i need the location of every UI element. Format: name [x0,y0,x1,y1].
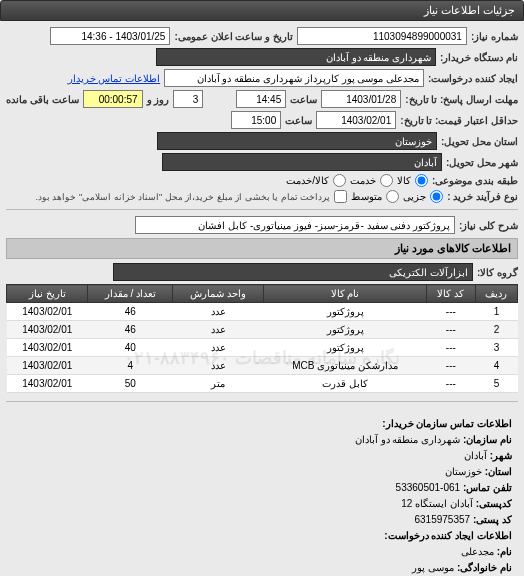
lbl-and: روز و [147,94,170,105]
lbl-req-creator: اطلاعات ایجاد کننده درخواست: [384,530,512,541]
lbl-public-dt: تاریخ و ساعت اعلان عمومی: [174,31,292,42]
radio-goods-service-label: کالا/خدمت [286,175,329,186]
fld-remain-days: 3 [173,90,203,108]
fld-public-dt: 1403/01/25 - 14:36 [50,27,170,45]
lbl-city: شهر محل تحویل: [446,157,518,168]
lbl-org-contact: اطلاعات تماس سازمان خریدار: [382,418,512,429]
panel-title: جزئیات اطلاعات نیاز [424,4,515,16]
radio-goods-input[interactable] [415,174,428,187]
val-phone: 061-53360501 [396,482,461,493]
fld-validity-date: 1403/02/01 [316,111,396,129]
lbl-postal: کد پستی: [473,514,512,525]
lbl-city2: شهر: [490,450,512,461]
lbl-buy-type: نوع فرآیند خرید : [447,191,518,202]
contact-section: اطلاعات تماس سازمان خریدار: نام سازمان: … [6,410,518,576]
val-org-name: شهرداری منطقه دو آبادان [355,434,460,445]
lbl-hour2: ساعت [285,115,312,126]
val-province2: خوزستان [445,466,482,477]
goods-tbody: 1 --- پروژکتور عدد 46 1403/02/01 2 --- پ… [7,303,518,393]
th-code: کد کالا [426,285,475,303]
radio-partial-label: جزیی [403,191,426,202]
val-fname: مجدعلی [461,546,494,557]
fld-deadline-time: 14:45 [236,90,286,108]
lbl-province2: استان: [485,466,512,477]
lbl-address: کدپستی: [476,498,512,509]
radio-partial[interactable]: جزیی [403,190,443,203]
lbl-validity: حداقل اعتبار قیمت: تا تاریخ: [400,115,518,126]
radio-medium-input[interactable] [386,190,399,203]
section-goods-info: اطلاعات کالاهای مورد نیاز [6,238,518,259]
lbl-buyer-name: نام دستگاه خریدار: [440,52,518,63]
fld-province: خوزستان [157,132,437,150]
fld-requester: مجدعلی موسی پور کارپرداز شهرداری منطقه د… [164,69,424,87]
lbl-lname: نام خانوادگی: [457,562,512,573]
table-row: 3 --- پروژکتور عدد 40 1403/02/01 [7,339,518,357]
lbl-deadline: مهلت ارسال پاسخ: تا تاریخ: [405,94,518,105]
fld-goods-group: ابزارآلات الکتریکی [113,263,473,281]
lbl-goods-group: گروه کالا: [477,267,518,278]
radio-medium-label: متوسط [351,191,382,202]
radio-goods[interactable]: کالا [397,174,428,187]
lbl-gen-desc: شرح کلی نیاز: [459,220,518,231]
lbl-phone: تلفن تماس: [463,482,512,493]
val-city2: آبادان [464,450,487,461]
radio-service-input[interactable] [380,174,393,187]
radio-goods-service-input[interactable] [333,174,346,187]
lbl-req-no: شماره نیاز: [471,31,518,42]
radio-goods-service[interactable]: کالا/خدمت [286,174,346,187]
radio-partial-input[interactable] [430,190,443,203]
fld-remain-time: 00:00:57 [83,90,143,108]
table-row: 2 --- پروژکتور عدد 46 1403/02/01 [7,321,518,339]
table-row: 1 --- پروژکتور عدد 46 1403/02/01 [7,303,518,321]
link-buyer-contact[interactable]: اطلاعات تماس خریدار [68,73,161,84]
radio-medium[interactable]: متوسط [351,190,399,203]
radio-service-label: خدمت [350,175,376,186]
val-address: آبادان ایستگاه 12 [401,498,473,509]
lbl-org-name: نام سازمان: [463,434,512,445]
fld-validity-time: 15:00 [231,111,281,129]
val-lname: موسی پور [412,562,454,573]
fld-gen-desc: پروژکتور دفنی سفید -قرمز-سبز- فیوز مینیا… [135,216,455,234]
table-row: 5 --- کابل قدرت متر 50 1403/02/01 [7,375,518,393]
goods-table: ردیف کد کالا نام کالا واحد شمارش تعداد /… [6,284,518,393]
lbl-remain: ساعت باقی مانده [6,94,79,105]
th-date: تاریخ نیاز [7,285,88,303]
lbl-subject-cat: طبقه بندی موضوعی: [432,175,518,186]
radio-goods-label: کالا [397,175,411,186]
th-qty: تعداد / مقدار [88,285,173,303]
lbl-buy-note: پرداخت تمام یا بخشی از مبلغ خرید،از محل … [35,192,330,202]
form-area: شماره نیاز: 1103094899000031 تاریخ و ساع… [0,21,524,576]
fld-deadline-date: 1403/01/28 [321,90,401,108]
fld-req-no: 1103094899000031 [297,27,467,45]
val-postal: 6315975357 [414,514,470,525]
lbl-hour1: ساعت [290,94,317,105]
chk-treasury[interactable] [334,190,347,203]
lbl-fname: نام: [497,546,512,557]
panel-header: جزئیات اطلاعات نیاز [0,0,524,21]
lbl-requester: ایجاد کننده درخواست: [428,73,518,84]
fld-buyer-name: شهرداری منطقه دو آبادان [156,48,436,66]
radio-service[interactable]: خدمت [350,174,393,187]
th-unit: واحد شمارش [173,285,264,303]
lbl-province: استان محل تحویل: [441,136,518,147]
fld-city: آبادان [162,153,442,171]
th-name-col: نام کالا [264,285,426,303]
table-row: 4 --- مدارشکن مینیاتوری MCB عدد 4 1403/0… [7,357,518,375]
th-row: ردیف [475,285,517,303]
